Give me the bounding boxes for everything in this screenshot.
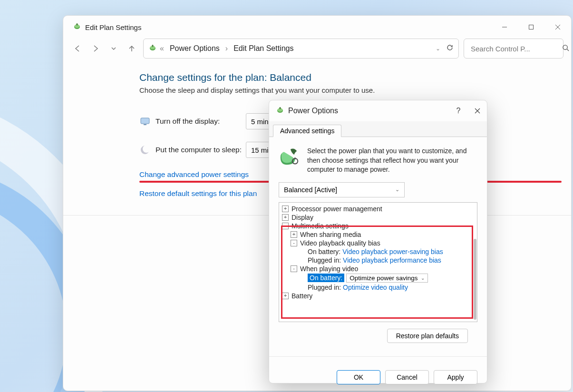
breadcrumb-sep: « bbox=[160, 44, 164, 53]
dialog-title: Power Options bbox=[288, 107, 338, 115]
expand-icon[interactable]: + bbox=[282, 206, 289, 212]
tree-multimedia[interactable]: -Multimedia settings bbox=[280, 222, 476, 230]
nav-recent-dropdown-icon[interactable] bbox=[107, 42, 120, 55]
tab-strip: Advanced settings bbox=[269, 121, 487, 137]
wp-on-battery-dropdown[interactable]: Optimize power savings⌄ bbox=[346, 274, 427, 283]
battery-app-icon bbox=[276, 106, 284, 116]
battery-large-icon bbox=[279, 147, 301, 168]
apply-button[interactable]: Apply bbox=[434, 370, 477, 384]
battery-app-icon bbox=[73, 22, 81, 32]
nav-forward-button[interactable] bbox=[89, 42, 102, 55]
settings-tree[interactable]: +Processor power management +Display -Mu… bbox=[279, 202, 477, 322]
main-titlebar: Edit Plan Settings bbox=[63, 16, 571, 39]
breadcrumb-current[interactable]: Edit Plan Settings bbox=[233, 44, 293, 53]
svg-rect-12 bbox=[141, 118, 149, 124]
page-subtext: Choose the sleep and display settings th… bbox=[139, 86, 552, 94]
restore-plan-defaults-button[interactable]: Restore plan defaults bbox=[387, 329, 468, 343]
ok-button[interactable]: OK bbox=[337, 370, 380, 384]
expand-icon[interactable]: + bbox=[291, 231, 297, 238]
svg-point-15 bbox=[143, 145, 150, 153]
tree-video-bias[interactable]: -Video playback quality bias bbox=[280, 239, 476, 247]
plan-select-value: Balanced [Active] bbox=[284, 186, 337, 194]
refresh-icon[interactable] bbox=[446, 44, 454, 53]
selected-label: On battery: bbox=[308, 274, 344, 282]
tree-wp-on-battery[interactable]: On battery:Optimize power savings⌄ bbox=[280, 273, 476, 283]
tree-when-sharing[interactable]: +When sharing media bbox=[280, 230, 476, 239]
moon-icon bbox=[139, 144, 151, 156]
search-input[interactable] bbox=[470, 44, 562, 53]
collapse-icon[interactable]: - bbox=[291, 240, 297, 246]
collapse-icon[interactable]: - bbox=[291, 265, 297, 272]
dialog-footer: OK Cancel Apply bbox=[269, 356, 487, 387]
dialog-intro-text: Select the power plan that you want to c… bbox=[307, 147, 477, 175]
expand-icon[interactable]: + bbox=[282, 293, 289, 299]
power-options-dialog: Power Options ? Advanced settings Select… bbox=[269, 100, 487, 383]
tree-display[interactable]: +Display bbox=[280, 213, 476, 222]
svg-rect-4 bbox=[529, 25, 534, 29]
close-button[interactable] bbox=[468, 100, 487, 121]
svg-rect-9 bbox=[152, 45, 154, 47]
svg-rect-2 bbox=[77, 23, 78, 26]
tree-wp-plugged[interactable]: Plugged in:Optimize video quality bbox=[280, 283, 476, 292]
maximize-button[interactable] bbox=[518, 16, 544, 39]
tree-processor[interactable]: +Processor power management bbox=[280, 205, 476, 213]
page-heading: Change settings for the plan: Balanced bbox=[139, 72, 552, 83]
dialog-titlebar: Power Options ? bbox=[269, 100, 487, 121]
tab-advanced-settings[interactable]: Advanced settings bbox=[273, 125, 341, 137]
tree-when-playing[interactable]: -When playing video bbox=[280, 265, 476, 273]
tree-vb-on-battery[interactable]: On battery:Video playback power-saving b… bbox=[280, 247, 476, 256]
scrollbar-thumb[interactable] bbox=[474, 239, 476, 320]
help-button[interactable]: ? bbox=[449, 100, 468, 121]
svg-point-10 bbox=[563, 45, 567, 49]
display-timeout-label: Turn off the display: bbox=[155, 117, 246, 126]
svg-line-11 bbox=[567, 49, 569, 51]
sleep-timeout-label: Put the computer to sleep: bbox=[155, 146, 246, 154]
nav-back-button[interactable] bbox=[71, 42, 84, 55]
expand-icon[interactable]: + bbox=[282, 214, 289, 221]
dialog-body: Select the power plan that you want to c… bbox=[269, 137, 487, 349]
close-button[interactable] bbox=[544, 16, 571, 39]
svg-rect-13 bbox=[144, 124, 146, 125]
tree-vb-plugged[interactable]: Plugged in:Video playback performance bi… bbox=[280, 256, 476, 265]
collapse-icon[interactable]: - bbox=[282, 223, 289, 229]
toolbar: « Power Options › Edit Plan Settings ⌄ bbox=[63, 39, 571, 64]
chevron-down-icon: ⌄ bbox=[395, 186, 399, 193]
cancel-button[interactable]: Cancel bbox=[385, 370, 429, 384]
battery-app-icon bbox=[148, 43, 157, 54]
search-box[interactable] bbox=[464, 39, 563, 59]
monitor-icon bbox=[139, 116, 151, 127]
search-icon[interactable] bbox=[562, 44, 569, 53]
chevron-down-icon[interactable]: ⌄ bbox=[436, 45, 440, 52]
tree-battery[interactable]: +Battery bbox=[280, 292, 476, 300]
chevron-right-icon: › bbox=[225, 44, 228, 53]
address-bar[interactable]: « Power Options › Edit Plan Settings ⌄ bbox=[143, 39, 459, 59]
power-plan-select[interactable]: Balanced [Active] ⌄ bbox=[279, 182, 405, 197]
window-title: Edit Plan Settings bbox=[85, 23, 141, 31]
svg-rect-18 bbox=[280, 107, 281, 109]
breadcrumb-root[interactable]: Power Options bbox=[170, 44, 220, 53]
chevron-down-icon: ⌄ bbox=[421, 275, 425, 281]
minimize-button[interactable] bbox=[491, 16, 518, 39]
nav-up-button[interactable] bbox=[125, 42, 138, 55]
